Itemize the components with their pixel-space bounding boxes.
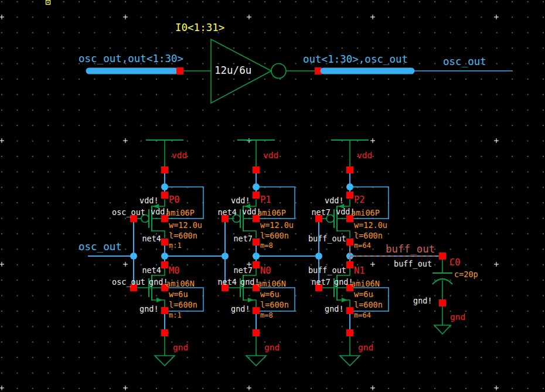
nmos-bulk-net-label[interactable]: gnd!: [334, 277, 353, 287]
vdd-pin[interactable]: [346, 166, 353, 173]
nmos-drain-net-label[interactable]: net7: [233, 265, 253, 275]
nmos-instance-name[interactable]: N1: [354, 265, 365, 276]
vdd-label: vdd: [263, 151, 278, 160]
pmos-instance-name[interactable]: P2: [354, 195, 365, 205]
pmos-drain-pin[interactable]: [161, 238, 168, 246]
nmos-source-net-label[interactable]: gnd!: [325, 304, 344, 313]
pmos-source-net-label[interactable]: vdd!: [139, 196, 159, 205]
gnd-pin[interactable]: [253, 329, 260, 336]
vdd-pin[interactable]: [161, 166, 168, 173]
pmos-source-pin[interactable]: [161, 192, 168, 199]
pmos-source-pin[interactable]: [253, 192, 260, 199]
nmos-mult-label: m=64: [354, 311, 371, 319]
highlighted-net-label[interactable]: buff_out: [386, 243, 435, 255]
schematic-window[interactable]: I0<1:31> osc_out,out<1:30> 12u/6u out<1:…: [0, 0, 545, 392]
pmos-instance-name[interactable]: P1: [260, 195, 271, 205]
instance-name-label[interactable]: I0<1:31>: [175, 22, 224, 33]
pmos-width-label: w=12.0u: [354, 220, 387, 230]
pmos-source-net-label[interactable]: vdd!: [325, 196, 344, 205]
nmos-width-label: w=6u: [260, 289, 280, 299]
pmos-drain-net-label[interactable]: net4: [142, 234, 161, 243]
pmos-source-pin[interactable]: [346, 192, 353, 199]
nmos-source-net-label[interactable]: gnd!: [231, 304, 250, 313]
nmos-bulk-net-label[interactable]: gnd!: [149, 277, 168, 287]
pmos-model-label: ami06P: [351, 208, 380, 217]
nmos-gate-net-label[interactable]: osc_out: [112, 277, 145, 287]
osc-out-net-label[interactable]: osc_out: [443, 56, 486, 67]
gnd-pin[interactable]: [346, 329, 353, 336]
gnd-label: gnd: [450, 312, 465, 322]
cap-bottom-pin[interactable]: [439, 299, 446, 306]
inverter-size-label: 12u/6u: [214, 64, 251, 76]
pmos-gate-net-label[interactable]: net4: [217, 207, 237, 217]
output-bus-label[interactable]: out<1:30>,osc_out: [303, 53, 408, 65]
cap-value-label: c=20p: [454, 270, 478, 279]
pmos-instance-name[interactable]: P0: [169, 195, 180, 205]
cap-bottom-net-label[interactable]: gnd!: [413, 296, 432, 305]
pmos-drain-net-label[interactable]: buff_out: [308, 234, 346, 244]
pmos-mult-label: m:1: [169, 241, 182, 250]
nmos-mult-label: m=8: [260, 311, 273, 319]
cap-top-pin[interactable]: [439, 253, 446, 260]
vdd-label: vdd: [357, 151, 372, 160]
gnd-label: gnd: [264, 343, 280, 352]
pmos-model-label: ami06P: [257, 208, 286, 217]
inverter-input-pin[interactable]: [176, 67, 183, 74]
nmos-bulk-net-label[interactable]: gnd!: [240, 277, 260, 287]
nmos-model-label: ami06N: [166, 279, 195, 288]
nmos-mult-label: m:1: [169, 311, 182, 319]
pmos-width-label: w=12.0u: [260, 220, 294, 230]
pmos-source-net-label[interactable]: vdd!: [231, 196, 250, 205]
nmos-width-label: w=6u: [354, 289, 373, 299]
input-net-label[interactable]: osc_out: [79, 241, 122, 253]
gnd-label: gnd: [173, 343, 188, 352]
nmos-instance-name[interactable]: M0: [169, 265, 180, 276]
pmos-length-label: l=600n: [169, 231, 197, 240]
nmos-model-label: ami06N: [257, 279, 286, 288]
nmos-drain-pin[interactable]: [161, 261, 168, 268]
nmos-drain-pin[interactable]: [253, 261, 260, 268]
pmos-gate-net-label[interactable]: osc_out: [112, 207, 145, 217]
gnd-label: gnd: [358, 343, 373, 352]
nmos-length-label: l=600n: [169, 300, 197, 309]
nmos-length-label: l=600n: [354, 300, 383, 309]
nmos-source-pin[interactable]: [253, 307, 260, 314]
nmos-gate-net-label[interactable]: net7: [311, 277, 331, 287]
pmos-length-label: l=600n: [354, 231, 383, 240]
nmos-model-label: ami06N: [351, 279, 380, 288]
cap-instance-name[interactable]: C0: [449, 257, 461, 268]
schematic-canvas[interactable]: I0<1:31> osc_out,out<1:30> 12u/6u out<1:…: [0, 0, 545, 392]
nmos-drain-net-label[interactable]: net4: [142, 265, 161, 275]
pmos-length-label: l=600n: [260, 231, 289, 240]
pmos-drain-net-label[interactable]: net7: [233, 234, 253, 243]
gnd-pin[interactable]: [161, 329, 168, 336]
pmos-model-label: ami06P: [166, 208, 195, 217]
nmos-gate-net-label[interactable]: net4: [217, 277, 237, 287]
vdd-label: vdd: [172, 151, 187, 160]
pmos-drain-pin[interactable]: [346, 238, 353, 246]
nmos-length-label: l=600n: [260, 300, 289, 309]
nmos-drain-pin[interactable]: [346, 261, 353, 268]
nmos-source-pin[interactable]: [346, 307, 353, 314]
nmos-drain-net-label[interactable]: buff_out: [308, 265, 346, 275]
nmos-source-pin[interactable]: [161, 307, 168, 314]
cap-top-net-label[interactable]: buff_out: [394, 259, 432, 269]
pmos-width-label: w=12.0u: [169, 220, 202, 230]
nmos-source-net-label[interactable]: gnd!: [139, 304, 159, 313]
nmos-instance-name[interactable]: N0: [260, 265, 271, 276]
pmos-gate-net-label[interactable]: net7: [311, 207, 331, 217]
pmos-drain-pin[interactable]: [253, 238, 260, 246]
vdd-pin[interactable]: [253, 166, 260, 173]
pmos-mult-label: m=8: [260, 241, 273, 250]
pmos-mult-label: m=64: [354, 241, 371, 250]
nmos-width-label: w=6u: [169, 289, 188, 299]
input-bus-label[interactable]: osc_out,out<1:30>: [79, 53, 183, 64]
